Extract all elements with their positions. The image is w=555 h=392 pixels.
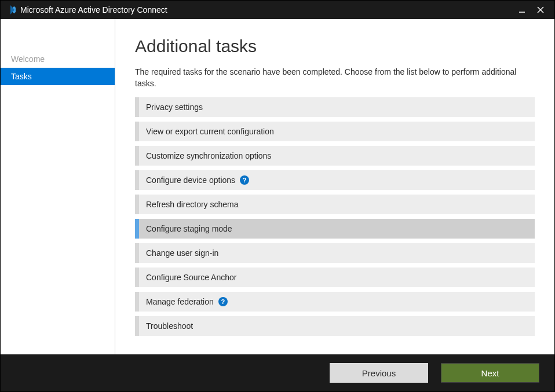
task-accent-bar [135, 316, 139, 336]
task-accent-bar [135, 268, 139, 287]
task-accent-bar [135, 219, 139, 239]
previous-button[interactable]: Previous [330, 363, 428, 383]
task-accent-bar [135, 243, 139, 263]
page-heading: Additional tasks [135, 36, 535, 56]
task-accent-bar [135, 146, 139, 166]
task-label: Change user sign-in [146, 248, 218, 258]
task-configure-device-options[interactable]: Configure device options? [135, 170, 535, 190]
task-label: View or export current configuration [146, 127, 274, 136]
task-accent-bar [135, 195, 139, 214]
sidebar-step-tasks[interactable]: Tasks [1, 68, 115, 85]
content-area: Additional tasks The required tasks for … [115, 19, 554, 354]
task-label: Manage federation [146, 297, 214, 306]
task-view-or-export-current-configuration[interactable]: View or export current configuration [135, 122, 535, 141]
task-troubleshoot[interactable]: Troubleshoot [135, 316, 535, 336]
task-accent-bar [135, 170, 139, 190]
footer: Previous Next [1, 354, 554, 391]
task-refresh-directory-schema[interactable]: Refresh directory schema [135, 195, 535, 214]
task-manage-federation[interactable]: Manage federation? [135, 292, 535, 312]
help-icon[interactable]: ? [240, 175, 249, 185]
task-label: Configure staging mode [146, 224, 232, 233]
sidebar: WelcomeTasks [1, 19, 115, 354]
app-window: Microsoft Azure Active Directory Connect… [0, 0, 555, 392]
task-change-user-sign-in[interactable]: Change user sign-in [135, 243, 535, 263]
next-button[interactable]: Next [441, 363, 539, 383]
task-label: Configure Source Anchor [146, 273, 236, 282]
task-label: Troubleshoot [146, 321, 193, 331]
task-label: Privacy settings [146, 102, 203, 112]
titlebar: Microsoft Azure Active Directory Connect [1, 1, 554, 19]
task-customize-synchronization-options[interactable]: Customize synchronization options [135, 146, 535, 166]
sidebar-step-welcome[interactable]: Welcome [1, 50, 115, 68]
azure-logo-icon [5, 5, 16, 15]
app-body: WelcomeTasks Additional tasks The requir… [1, 19, 554, 354]
task-accent-bar [135, 122, 139, 141]
help-icon[interactable]: ? [218, 297, 228, 306]
page-description: The required tasks for the scenario have… [135, 67, 535, 89]
task-label: Configure device options [146, 175, 235, 185]
window-title: Microsoft Azure Active Directory Connect [20, 5, 513, 14]
sidebar-step-label: Tasks [11, 72, 32, 81]
sidebar-step-label: Welcome [11, 54, 45, 64]
task-list: Privacy settingsView or export current c… [135, 97, 535, 336]
minimize-button[interactable] [513, 1, 531, 19]
task-configure-source-anchor[interactable]: Configure Source Anchor [135, 268, 535, 287]
task-label: Customize synchronization options [146, 151, 271, 160]
task-privacy-settings[interactable]: Privacy settings [135, 97, 535, 117]
close-button[interactable] [531, 1, 550, 19]
task-label: Refresh directory schema [146, 200, 239, 209]
task-configure-staging-mode[interactable]: Configure staging mode [135, 219, 535, 239]
task-accent-bar [135, 292, 139, 312]
task-accent-bar [135, 97, 139, 117]
